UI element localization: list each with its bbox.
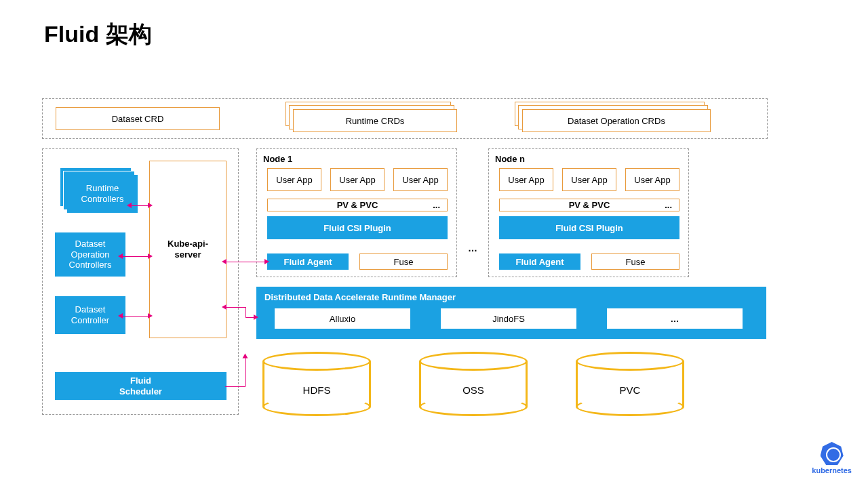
pvpvc-ellipsis: ... bbox=[665, 200, 672, 210]
arrow-head bbox=[148, 313, 153, 319]
runtime-more: … bbox=[607, 308, 743, 329]
arrow-head bbox=[264, 259, 269, 264]
arrow-line bbox=[122, 256, 151, 257]
node1-csi-plugin: Fluid CSI Plugin bbox=[267, 216, 448, 239]
noden-fuse: Fuse bbox=[591, 253, 679, 270]
pvpvc-label: PV & PVC bbox=[337, 200, 378, 210]
pvpvc-ellipsis: ... bbox=[433, 200, 440, 210]
dataset-crd-box: Dataset CRD bbox=[56, 107, 220, 130]
node1-userapp-3: User App bbox=[393, 168, 448, 191]
arrow-head bbox=[222, 304, 226, 310]
arrow-head bbox=[118, 253, 123, 259]
pvc-label: PVC bbox=[576, 384, 684, 396]
page-title: Fluid 架构 bbox=[44, 19, 152, 50]
hdfs-label: HDFS bbox=[262, 384, 371, 396]
arrow-head bbox=[127, 203, 132, 208]
arrow-line bbox=[225, 262, 267, 262]
runtime-jindofs: JindoFS bbox=[441, 308, 576, 329]
node1-fluid-agent: Fluid Agent bbox=[267, 253, 349, 270]
storage-hdfs: HDFS bbox=[262, 352, 371, 416]
arrow-head bbox=[222, 259, 226, 264]
noden-fluid-agent: Fluid Agent bbox=[499, 253, 580, 270]
fluid-scheduler-box: Fluid Scheduler bbox=[55, 372, 226, 400]
dataset-op-controllers-box: Dataset Operation Controllers bbox=[55, 232, 125, 277]
dataset-controller-box: Dataset Controller bbox=[55, 296, 125, 334]
arrow-line bbox=[245, 307, 246, 317]
arrow-head bbox=[148, 203, 153, 208]
kube-api-server-box: Kube-api- server bbox=[149, 161, 226, 338]
arrow-line bbox=[245, 356, 246, 386]
pvpvc-label: PV & PVC bbox=[569, 200, 610, 210]
runtime-alluxio: Alluxio bbox=[275, 308, 410, 329]
noden-userapp-3: User App bbox=[625, 168, 679, 191]
noden-csi-plugin: Fluid CSI Plugin bbox=[499, 216, 679, 239]
kubernetes-label: kubernetes bbox=[812, 466, 852, 474]
arrow-line bbox=[122, 316, 151, 317]
storage-oss: OSS bbox=[419, 352, 528, 416]
arrow-head bbox=[243, 354, 248, 359]
node-1-label: Node 1 bbox=[263, 154, 292, 164]
nodes-ellipsis: … bbox=[468, 243, 477, 253]
arrow-line bbox=[225, 307, 245, 308]
arrow-head bbox=[118, 313, 123, 319]
arrow-head bbox=[254, 314, 258, 320]
kubernetes-icon bbox=[821, 442, 844, 465]
dataset-op-crds-box: Dataset Operation CRDs bbox=[522, 109, 711, 132]
arrow-line bbox=[225, 386, 245, 387]
arrow-head bbox=[148, 253, 153, 259]
node1-fuse: Fuse bbox=[359, 253, 448, 270]
node-n-label: Node n bbox=[495, 154, 525, 164]
noden-userapp-2: User App bbox=[562, 168, 616, 191]
node1-userapp-1: User App bbox=[267, 168, 321, 191]
node1-pvpvc: PV & PVC ... bbox=[267, 199, 448, 211]
noden-pvpvc: PV & PVC ... bbox=[499, 199, 679, 211]
node1-userapp-2: User App bbox=[330, 168, 384, 191]
runtime-manager-title: Distributed Data Accelerate Runtime Mana… bbox=[264, 292, 456, 302]
noden-userapp-1: User App bbox=[499, 168, 553, 191]
runtime-crds-box: Runtime CRDs bbox=[293, 109, 457, 132]
kubernetes-logo: kubernetes bbox=[812, 442, 852, 474]
oss-label: OSS bbox=[419, 384, 528, 396]
storage-pvc: PVC bbox=[576, 352, 684, 416]
